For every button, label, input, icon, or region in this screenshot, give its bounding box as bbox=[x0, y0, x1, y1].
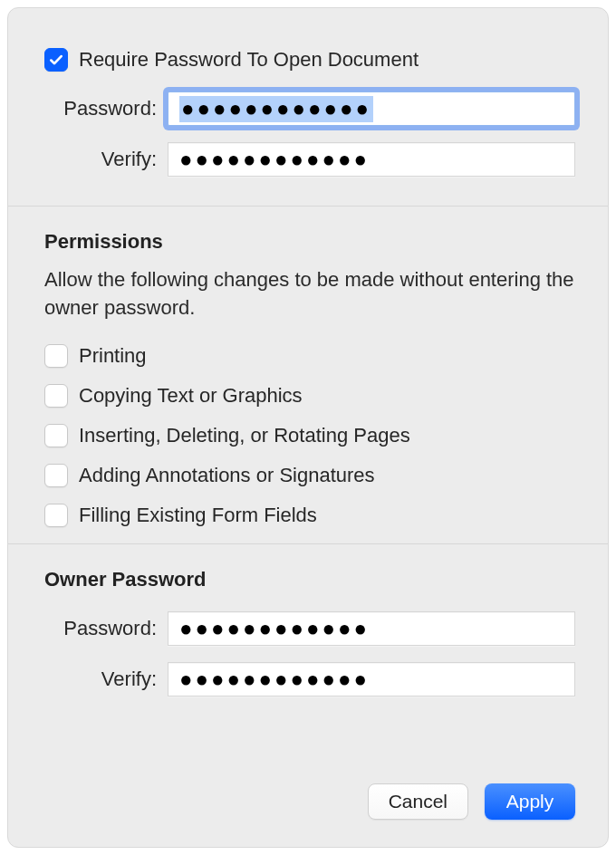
perm-copying-row: Copying Text or Graphics bbox=[44, 384, 575, 408]
require-password-label: Require Password To Open Document bbox=[79, 48, 419, 72]
perm-annotations-label: Adding Annotations or Signatures bbox=[79, 464, 375, 487]
divider bbox=[8, 543, 608, 544]
checkmark-icon bbox=[48, 52, 64, 68]
open-password-input[interactable]: ●●●●●●●●●●●● bbox=[168, 91, 575, 126]
permissions-title: Permissions bbox=[44, 230, 575, 254]
owner-password-row: Password: ●●●●●●●●●●●● bbox=[44, 611, 575, 646]
permissions-description: Allow the following changes to be made w… bbox=[44, 266, 575, 322]
owner-password-input[interactable]: ●●●●●●●●●●●● bbox=[168, 611, 575, 646]
owner-verify-row: Verify: ●●●●●●●●●●●● bbox=[44, 662, 575, 696]
require-password-row: Require Password To Open Document bbox=[44, 48, 575, 72]
dialog-buttons: Cancel Apply bbox=[368, 783, 575, 820]
apply-button[interactable]: Apply bbox=[485, 783, 575, 820]
perm-filling-row: Filling Existing Form Fields bbox=[44, 504, 575, 527]
require-password-checkbox[interactable] bbox=[44, 48, 68, 72]
perm-filling-checkbox[interactable] bbox=[44, 504, 68, 527]
perm-printing-checkbox[interactable] bbox=[44, 344, 68, 368]
perm-copying-label: Copying Text or Graphics bbox=[79, 384, 303, 408]
perm-inserting-label: Inserting, Deleting, or Rotating Pages bbox=[79, 424, 410, 447]
cancel-button[interactable]: Cancel bbox=[368, 783, 468, 820]
owner-verify-input[interactable]: ●●●●●●●●●●●● bbox=[168, 662, 575, 696]
perm-printing-row: Printing bbox=[44, 344, 575, 368]
owner-password-label: Password: bbox=[44, 617, 168, 640]
open-password-row: Password: ●●●●●●●●●●●● bbox=[44, 91, 575, 126]
perm-copying-checkbox[interactable] bbox=[44, 384, 68, 408]
open-verify-label: Verify: bbox=[44, 148, 168, 171]
owner-password-title: Owner Password bbox=[44, 568, 575, 591]
perm-inserting-row: Inserting, Deleting, or Rotating Pages bbox=[44, 424, 575, 447]
open-verify-row: Verify: ●●●●●●●●●●●● bbox=[44, 142, 575, 177]
perm-filling-label: Filling Existing Form Fields bbox=[79, 504, 317, 527]
perm-printing-label: Printing bbox=[79, 344, 147, 368]
open-verify-input[interactable]: ●●●●●●●●●●●● bbox=[168, 142, 575, 177]
perm-annotations-checkbox[interactable] bbox=[44, 464, 68, 487]
password-permissions-dialog: Require Password To Open Document Passwo… bbox=[7, 7, 609, 848]
divider bbox=[8, 206, 608, 207]
perm-annotations-row: Adding Annotations or Signatures bbox=[44, 464, 575, 487]
perm-inserting-checkbox[interactable] bbox=[44, 424, 68, 447]
open-password-label: Password: bbox=[44, 97, 168, 120]
owner-verify-label: Verify: bbox=[44, 668, 168, 691]
